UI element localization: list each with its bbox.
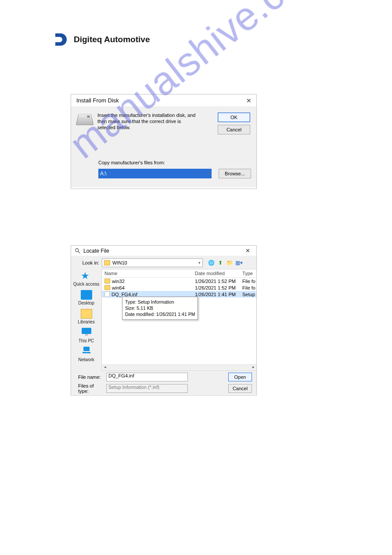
dialog2-bottom: File name: DQ_FG4.inf ▾ Open Files of ty… <box>71 371 256 394</box>
disk-icon <box>76 114 94 125</box>
tooltip-line: Size: 5.11 KB <box>125 305 195 311</box>
star-icon: ★ <box>81 271 92 281</box>
folder-icon <box>104 260 110 265</box>
close-icon[interactable]: ✕ <box>243 247 253 254</box>
brand-name: Digiteq Automotive <box>74 35 150 44</box>
file-date: 1/26/2021 1:41 PM <box>194 290 241 298</box>
dialog2-body: Look in: WIN10 ▾ 🌐 ⬆ 📁 ▦▾ ★ Quic <box>71 256 256 395</box>
search-icon <box>75 248 81 254</box>
place-label: Desktop <box>78 301 94 305</box>
open-button[interactable]: Open <box>228 373 252 381</box>
file-name: win64 <box>112 285 125 290</box>
place-network[interactable]: Network <box>71 345 101 363</box>
column-type: Type <box>241 269 256 277</box>
dialog1-titlebar: Install From Disk ✕ <box>71 94 256 106</box>
desktop-icon <box>81 290 92 300</box>
folder-icon <box>104 279 110 283</box>
horizontal-scrollbar[interactable]: ◂ ▸ <box>102 364 256 370</box>
up-icon[interactable]: ⬆ <box>216 259 224 267</box>
cancel-button[interactable]: Cancel <box>218 125 250 134</box>
lookin-combo[interactable]: WIN10 ▾ <box>102 258 203 267</box>
views-icon[interactable]: ▦▾ <box>235 259 243 267</box>
new-folder-icon[interactable]: 📁 <box>226 259 234 267</box>
cancel-button[interactable]: Cancel <box>228 384 252 393</box>
lookin-value: WIN10 <box>112 260 127 265</box>
thispc-icon <box>81 328 92 337</box>
column-name: Name <box>102 269 194 277</box>
ok-button[interactable]: OK <box>218 112 250 122</box>
column-date: Date modified <box>194 269 241 277</box>
copy-from-label: Copy manufacturer's files from: <box>98 160 165 165</box>
dialog1-instruction-text: Insert the manufacturer's installation d… <box>97 112 198 131</box>
chevron-down-icon[interactable]: ▾ <box>207 171 209 176</box>
dialog1-title: Install From Disk <box>76 97 119 104</box>
filename-input[interactable]: DQ_FG4.inf <box>106 373 188 381</box>
browse-button[interactable]: Browse... <box>219 169 251 178</box>
back-icon[interactable]: 🌐 <box>207 259 215 267</box>
tooltip-line: Type: Setup Information <box>125 299 195 305</box>
libraries-icon <box>81 309 92 319</box>
filename-value: DQ_FG4.inf <box>108 373 134 378</box>
brand-header: Digiteq Automotive <box>53 32 150 47</box>
tooltip-line: Date modified: 1/26/2021 1:41 PM <box>125 311 195 317</box>
scroll-right-icon[interactable]: ▸ <box>250 365 256 371</box>
file-list-pane: Name Date modified Type win32 1/26/2021 … <box>101 269 256 371</box>
dialog2-titlebar: Locate File ✕ <box>71 246 256 256</box>
places-bar: ★ Quick access Desktop Libraries This PC <box>71 269 101 371</box>
filetype-combo[interactable]: Setup Information (*.inf) <box>106 384 188 393</box>
lookin-label: Look in: <box>75 260 99 265</box>
place-label: Quick access <box>73 282 99 287</box>
inf-file-icon <box>104 291 110 297</box>
place-desktop[interactable]: Desktop <box>71 289 101 307</box>
place-libraries[interactable]: Libraries <box>71 308 101 326</box>
place-label: This PC <box>79 338 94 343</box>
dialog2-main: ★ Quick access Desktop Libraries This PC <box>71 269 256 371</box>
network-icon <box>81 347 92 356</box>
path-input-value: A:\ <box>99 169 211 178</box>
close-icon[interactable]: ✕ <box>246 98 252 104</box>
scroll-left-icon[interactable]: ◂ <box>102 365 108 371</box>
brand-logo-icon <box>53 32 68 47</box>
file-tooltip: Type: Setup Information Size: 5.11 KB Da… <box>122 297 198 320</box>
file-name: DQ_FG4.inf <box>111 292 137 297</box>
folder-icon <box>104 285 110 290</box>
place-label: Network <box>78 357 94 362</box>
file-type: Setup <box>241 290 256 298</box>
place-quick-access[interactable]: ★ Quick access <box>71 270 101 288</box>
svg-line-1 <box>78 251 80 253</box>
dialog1-body: Insert the manufacturer's installation d… <box>71 106 256 187</box>
file-name: win32 <box>112 279 125 284</box>
svg-point-0 <box>76 248 79 251</box>
dialog2-title: Locate File <box>83 248 109 254</box>
file-list-header[interactable]: Name Date modified Type <box>102 269 256 278</box>
install-from-disk-dialog: Install From Disk ✕ Insert the manufactu… <box>71 94 257 189</box>
filetype-label: Files of type: <box>76 383 104 394</box>
place-label: Libraries <box>78 319 94 324</box>
filename-label: File name: <box>76 374 104 380</box>
filetype-value: Setup Information (*.inf) <box>108 385 159 390</box>
file-dialog-toolbar: 🌐 ⬆ 📁 ▦▾ <box>207 259 243 267</box>
locate-file-dialog: Locate File ✕ Look in: WIN10 ▾ 🌐 ⬆ 📁 ▦▾ <box>71 245 257 395</box>
place-thispc[interactable]: This PC <box>71 326 101 345</box>
chevron-down-icon: ▾ <box>198 261 201 265</box>
path-input[interactable]: A:\ ▾ <box>98 169 212 178</box>
